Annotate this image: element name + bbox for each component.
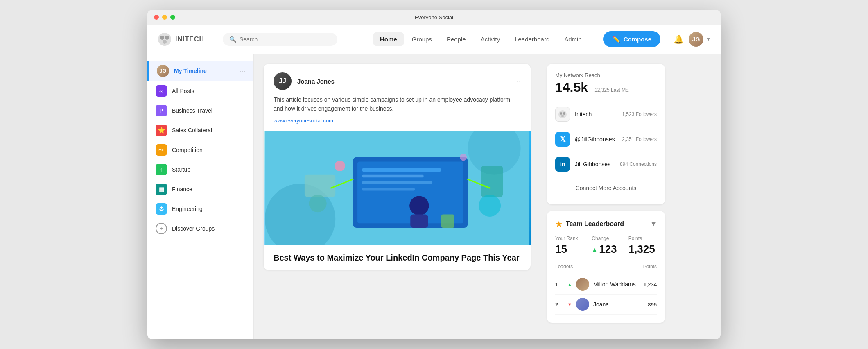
svg-rect-12 [362, 188, 415, 190]
leader-1-avatar [576, 278, 589, 291]
sidebar: JG My Timeline ··· ∞ All Posts P Busines… [147, 54, 254, 339]
notification-icon[interactable]: 🔔 [674, 34, 684, 44]
svg-point-26 [563, 112, 565, 115]
logo-text: INITECH [175, 36, 204, 43]
your-rank-value: 15 [555, 243, 583, 256]
svg-rect-11 [362, 181, 432, 184]
right-panel: My Network Reach 14.5k 12,325 Last Mo. I… [540, 54, 671, 339]
competition-icon: ME [156, 144, 167, 156]
nav-right: 🔔 JG ▼ [674, 32, 711, 47]
change-label: Change [592, 236, 620, 241]
leader-2-rank: 2 [555, 301, 563, 308]
leader-1-points: 1,234 [643, 281, 657, 288]
engineering-label: Engineering [172, 206, 203, 212]
sidebar-item-startup[interactable]: ↑ Startup [147, 160, 253, 179]
account-twitter-followers: 2,351 Followers [622, 136, 657, 142]
leaderboard-dropdown-icon[interactable]: ▼ [650, 220, 657, 228]
account-row-twitter: 𝕏 @JillGibbonses 2,351 Followers [555, 127, 657, 152]
sidebar-item-sales-collateral[interactable]: ⭐ Sales Collateral [147, 120, 253, 140]
maximize-button[interactable] [170, 15, 175, 20]
logo-icon [157, 32, 172, 47]
leader-1-rank: 1 [555, 281, 563, 288]
all-posts-label: All Posts [172, 88, 194, 94]
avatar-dropdown-icon: ▼ [706, 36, 711, 42]
timeline-more-icon[interactable]: ··· [239, 67, 245, 75]
initech-icon [555, 107, 570, 122]
post-footer: Best Ways to Maximize Your LinkedIn Comp… [264, 245, 531, 270]
account-initech-name: Initech [575, 111, 592, 118]
sidebar-item-engineering[interactable]: ⚙ Engineering [147, 199, 253, 219]
sidebar-item-discover-groups[interactable]: + Discover Groups [147, 219, 253, 238]
linkedin-icon: in [555, 157, 570, 172]
app-window: Everyone Social INITECH 🔍 Home Groups Pe… [147, 10, 721, 339]
post-menu-icon[interactable]: ··· [514, 77, 521, 86]
nav-activity[interactable]: Activity [474, 32, 507, 46]
account-linkedin-name: Jill Gibbonses [575, 161, 610, 168]
business-travel-icon: P [156, 105, 167, 116]
sidebar-item-all-posts[interactable]: ∞ All Posts [147, 81, 253, 101]
competition-label: Competition [172, 147, 203, 153]
nav-admin[interactable]: Admin [558, 32, 588, 46]
nav-home[interactable]: Home [373, 32, 404, 46]
points-value: 1,325 [628, 243, 657, 256]
leader-row-2: 2 ▼ Joana 895 [555, 295, 657, 315]
my-timeline-avatar: JG [157, 65, 169, 77]
sidebar-item-my-timeline[interactable]: JG My Timeline ··· [147, 61, 253, 81]
account-row-initech: Initech 1,523 Followers [555, 102, 657, 127]
account-initech-followers: 1,523 Followers [622, 111, 657, 117]
leader-2-avatar [576, 298, 589, 311]
my-timeline-label: My Timeline [174, 68, 207, 74]
window-title: Everyone Social [415, 14, 453, 20]
leader-2-trend-icon: ▼ [567, 302, 572, 307]
nav-links: Home Groups People Activity Leaderboard … [373, 32, 588, 46]
svg-rect-22 [441, 214, 454, 227]
stat-change: Change ▲ 123 [592, 236, 620, 256]
post-link[interactable]: www.everyonesocial.com [274, 118, 333, 124]
svg-rect-15 [481, 166, 503, 197]
account-row-linkedin: in Jill Gibbonses 894 Connections [555, 152, 657, 177]
svg-point-2 [165, 36, 169, 40]
nav-people[interactable]: People [440, 32, 472, 46]
sidebar-item-business-travel[interactable]: P Business Travel [147, 101, 253, 120]
minimize-button[interactable] [162, 15, 167, 20]
svg-point-23 [460, 154, 467, 161]
sidebar-item-competition[interactable]: ME Competition [147, 140, 253, 160]
compose-button[interactable]: ✏️ Compose [603, 31, 660, 47]
compose-icon: ✏️ [612, 35, 620, 43]
leader-1-name: Milton Waddams [593, 281, 636, 288]
sales-label: Sales Collateral [172, 127, 212, 134]
change-value: 123 [599, 243, 617, 256]
stat-your-rank: Your Rank 15 [555, 236, 583, 256]
nav-leaderboard[interactable]: Leaderboard [508, 32, 556, 46]
svg-point-0 [158, 33, 171, 46]
network-last-month: 12,325 Last Mo. [594, 87, 630, 93]
leader-row-1: 1 ▲ Milton Waddams 1,234 [555, 274, 657, 295]
leaders-header: Leaders Points [555, 264, 657, 270]
feed: JJ Joana Jones ··· This article focuses … [254, 54, 540, 339]
leaders-points-label: Points [643, 264, 657, 270]
star-icon: ★ [555, 219, 563, 229]
network-reach-card: My Network Reach 14.5k 12,325 Last Mo. I… [547, 64, 665, 204]
post-image [264, 131, 531, 245]
search-input[interactable] [240, 36, 331, 43]
close-button[interactable] [154, 15, 159, 20]
user-avatar-wrapper[interactable]: JG ▼ [689, 32, 711, 47]
connect-more-button[interactable]: Connect More Accounts [555, 180, 657, 196]
sidebar-item-finance[interactable]: ▦ Finance [147, 179, 253, 199]
leader-2-points: 895 [648, 301, 657, 308]
post-author-name: Joana Jones [297, 78, 335, 85]
nav-groups[interactable]: Groups [405, 32, 439, 46]
sales-icon: ⭐ [156, 125, 167, 136]
twitter-icon: 𝕏 [555, 132, 570, 147]
post-illustration [264, 131, 531, 245]
discover-groups-label: Discover Groups [172, 225, 215, 232]
network-reach-count: 14.5k 12,325 Last Mo. [555, 80, 657, 95]
leaderboard-title: Team Leaderboard [566, 220, 624, 228]
leader-2-name: Joana [593, 301, 609, 308]
svg-rect-13 [305, 174, 335, 197]
svg-rect-9 [362, 168, 441, 172]
svg-point-27 [561, 115, 564, 117]
points-label: Points [628, 236, 657, 241]
change-up-arrow: ▲ [592, 246, 597, 253]
search-bar[interactable]: 🔍 [223, 33, 337, 46]
